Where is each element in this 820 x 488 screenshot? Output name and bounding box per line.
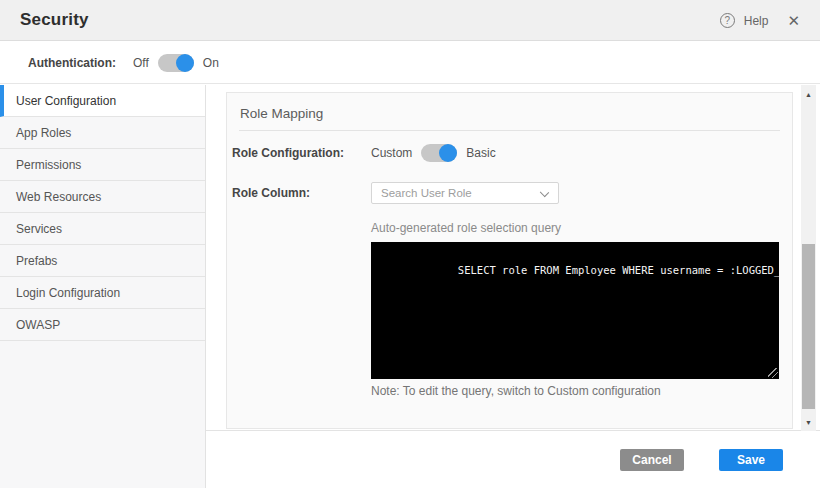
header-actions: ? Help ✕ xyxy=(720,0,800,41)
sidebar-item-user-configuration[interactable]: User Configuration xyxy=(0,85,205,117)
scroll-up-arrow-icon[interactable]: ▲ xyxy=(801,87,816,101)
panel-divider xyxy=(239,130,780,131)
vertical-scrollbar[interactable]: ▲ ▼ xyxy=(801,85,816,431)
dialog-footer: Cancel Save xyxy=(206,431,820,488)
query-note: Note: To edit the query, switch to Custo… xyxy=(371,384,661,398)
authentication-toggle[interactable] xyxy=(158,54,194,72)
scrollable-content: Role Mapping Role Configuration: Custom … xyxy=(206,85,820,431)
authentication-row: Authentication: Off On xyxy=(0,42,820,84)
panel-title: Role Mapping xyxy=(240,106,323,121)
role-query-text: SELECT role FROM Employee WHERE username… xyxy=(458,264,779,276)
help-icon[interactable]: ? xyxy=(720,13,735,28)
cancel-button[interactable]: Cancel xyxy=(620,449,684,471)
role-configuration-toggle[interactable] xyxy=(421,144,457,162)
help-link[interactable]: Help xyxy=(744,14,769,28)
sidebar-item-label: Prefabs xyxy=(16,254,57,268)
sidebar-item-label: User Configuration xyxy=(16,94,116,108)
page-title: Security xyxy=(20,10,89,30)
authentication-off-label: Off xyxy=(133,56,149,70)
sidebar-item-services[interactable]: Services xyxy=(0,213,205,245)
role-column-select[interactable]: Search User Role xyxy=(371,182,559,204)
role-mapping-panel: Role Mapping Role Configuration: Custom … xyxy=(226,92,793,429)
sidebar-item-login-configuration[interactable]: Login Configuration xyxy=(0,277,205,309)
dialog-header: Security ? Help ✕ xyxy=(0,0,820,41)
role-column-placeholder: Search User Role xyxy=(381,187,472,199)
custom-label: Custom xyxy=(371,146,412,160)
authentication-toggle-knob xyxy=(176,54,194,72)
dialog-body: User Configuration App Roles Permissions… xyxy=(0,85,820,488)
save-button[interactable]: Save xyxy=(719,449,783,471)
sidebar-item-prefabs[interactable]: Prefabs xyxy=(0,245,205,277)
sidebar-item-label: App Roles xyxy=(16,126,71,140)
sidebar-item-web-resources[interactable]: Web Resources xyxy=(0,181,205,213)
help-icon-glyph: ? xyxy=(724,15,730,26)
sidebar-item-label: OWASP xyxy=(16,318,60,332)
role-query-textarea[interactable]: SELECT role FROM Employee WHERE username… xyxy=(371,242,779,379)
role-configuration-row: Role Configuration: Custom Basic xyxy=(232,141,780,165)
scrollbar-thumb[interactable] xyxy=(802,244,815,409)
sidebar-item-label: Login Configuration xyxy=(16,286,120,300)
sidebar-item-label: Web Resources xyxy=(16,190,101,204)
query-label: Auto-generated role selection query xyxy=(371,221,561,235)
basic-label: Basic xyxy=(466,146,495,160)
sidebar: User Configuration App Roles Permissions… xyxy=(0,85,206,488)
sidebar-item-label: Services xyxy=(16,222,62,236)
sidebar-item-app-roles[interactable]: App Roles xyxy=(0,117,205,149)
authentication-on-label: On xyxy=(203,56,219,70)
role-configuration-label: Role Configuration: xyxy=(232,146,371,160)
main-content: Role Mapping Role Configuration: Custom … xyxy=(206,85,820,488)
resize-handle-icon[interactable] xyxy=(768,368,778,378)
scroll-down-arrow-icon[interactable]: ▼ xyxy=(801,415,816,429)
role-configuration-value: Custom Basic xyxy=(371,144,496,162)
role-column-label: Role Column: xyxy=(232,186,371,200)
role-column-row: Role Column: Search User Role xyxy=(232,175,780,211)
security-dialog: Security ? Help ✕ Authentication: Off On… xyxy=(0,0,820,488)
sidebar-item-owasp[interactable]: OWASP xyxy=(0,309,205,341)
sidebar-item-label: Permissions xyxy=(16,158,81,172)
sidebar-item-permissions[interactable]: Permissions xyxy=(0,149,205,181)
authentication-label: Authentication: xyxy=(28,56,116,70)
chevron-down-icon xyxy=(540,188,549,197)
close-icon[interactable]: ✕ xyxy=(787,13,800,28)
role-configuration-toggle-knob xyxy=(439,144,457,162)
